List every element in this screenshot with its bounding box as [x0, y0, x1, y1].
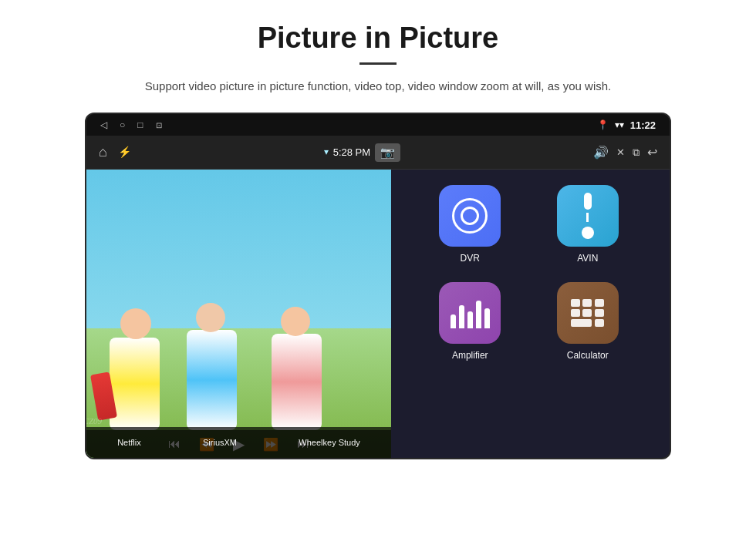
amp-bar-4 [476, 301, 481, 328]
figure-3 [272, 334, 322, 430]
nav-home-icon[interactable]: ○ [120, 119, 125, 131]
device-frame: ◁ ○ □ ⊡ 📍 ▾▾ 11:22 ⌂ ⚡ ▾ 5:28 PM 📷 [85, 113, 671, 459]
figure-2 [187, 330, 237, 430]
dvr-inner [452, 198, 488, 234]
volume-icon[interactable]: 🔊 [593, 145, 609, 160]
app-icon-dvr [439, 185, 501, 247]
main-content: 🎬 − + ✕ [86, 170, 670, 458]
watermark: YCZ09 [86, 416, 102, 425]
status-time: 11:22 [630, 119, 656, 131]
calc-key-1 [571, 299, 580, 307]
page-title: Picture in Picture [258, 22, 499, 55]
appbar-time: 5:28 PM [333, 146, 370, 158]
nav-back-icon[interactable]: ◁ [100, 119, 107, 131]
fig2-head [196, 303, 225, 332]
calc-grid [571, 299, 605, 327]
calc-key-5 [582, 309, 592, 317]
figure-1 [110, 338, 160, 430]
app-grid: DVR AVIN [388, 170, 670, 458]
amp-bar-5 [484, 308, 490, 328]
app-bar: ⌂ ⚡ ▾ 5:28 PM 📷 🔊 ✕ ⧉ ↩ [86, 136, 670, 170]
avin-inner [582, 193, 594, 239]
amp-bar-1 [451, 314, 456, 328]
status-bar-right: 📍 ▾▾ 11:22 [597, 119, 656, 131]
calc-key-3 [595, 299, 604, 307]
label-netflix: Netflix [117, 438, 141, 447]
app-item-calculator[interactable]: Calculator [529, 282, 647, 361]
app-item-avin[interactable]: AVIN [529, 185, 647, 264]
status-bar: ◁ ○ □ ⊡ 📍 ▾▾ 11:22 [86, 114, 670, 136]
app-bar-left: ⌂ ⚡ [99, 144, 131, 160]
nav-cast-icon[interactable]: ⊡ [156, 121, 162, 129]
avin-plug [584, 193, 592, 210]
avin-connector [582, 227, 594, 239]
status-bar-left: ◁ ○ □ ⊡ [100, 119, 162, 131]
pip-window-icon[interactable]: ⧉ [633, 146, 640, 159]
wifi-signal-icon: ▾ [324, 146, 329, 158]
amp-bar-2 [459, 305, 464, 328]
bottom-labels-row: Netflix SiriusXM Wheelkey Study [86, 427, 391, 458]
app-item-dvr[interactable]: DVR [411, 185, 529, 264]
app-item-amplifier[interactable]: Amplifier [411, 282, 529, 361]
fig3-body [272, 334, 322, 430]
fig1-body [110, 338, 160, 430]
wifi-icon: ▾▾ [615, 119, 624, 131]
amp-bars [451, 298, 490, 328]
app-label-dvr: DVR [461, 253, 480, 264]
camera-button[interactable]: 📷 [375, 143, 400, 162]
page-subtitle: Support video picture in picture functio… [145, 77, 611, 96]
scene-sky [86, 170, 391, 328]
location-icon: 📍 [597, 119, 609, 131]
app-icon-amplifier [439, 282, 501, 344]
app-label-avin: AVIN [577, 253, 598, 264]
usb-icon: ⚡ [118, 146, 131, 159]
app-icon-calculator [557, 282, 619, 344]
app-bar-right: 🔊 ✕ ⧉ ↩ [593, 145, 657, 160]
app-label-calculator: Calculator [567, 350, 609, 361]
page-wrapper: Picture in Picture Support video picture… [0, 0, 756, 538]
calc-key-4 [571, 309, 580, 317]
calc-key-7 [571, 319, 592, 327]
nav-recents-icon[interactable]: □ [137, 119, 143, 131]
avin-cord [586, 213, 589, 222]
close-icon[interactable]: ✕ [616, 146, 625, 159]
label-wheelkey: Wheelkey Study [299, 438, 359, 447]
calc-key-2 [582, 299, 592, 307]
calc-key-6 [595, 309, 604, 317]
home-icon[interactable]: ⌂ [99, 144, 107, 160]
app-icon-avin [557, 185, 619, 247]
fig2-body [187, 330, 237, 430]
video-scene [86, 170, 391, 458]
title-divider [359, 62, 397, 65]
amp-bar-3 [467, 311, 473, 328]
app-label-amplifier: Amplifier [452, 350, 488, 361]
fig1-head [120, 308, 151, 339]
app-bar-center: ▾ 5:28 PM 📷 [324, 143, 400, 162]
back-icon[interactable]: ↩ [647, 145, 657, 160]
label-siriusxm: SiriusXM [203, 438, 237, 447]
calc-key-8 [595, 319, 604, 327]
video-pip: 🎬 − + ✕ [86, 170, 391, 458]
fig3-head [281, 307, 310, 336]
